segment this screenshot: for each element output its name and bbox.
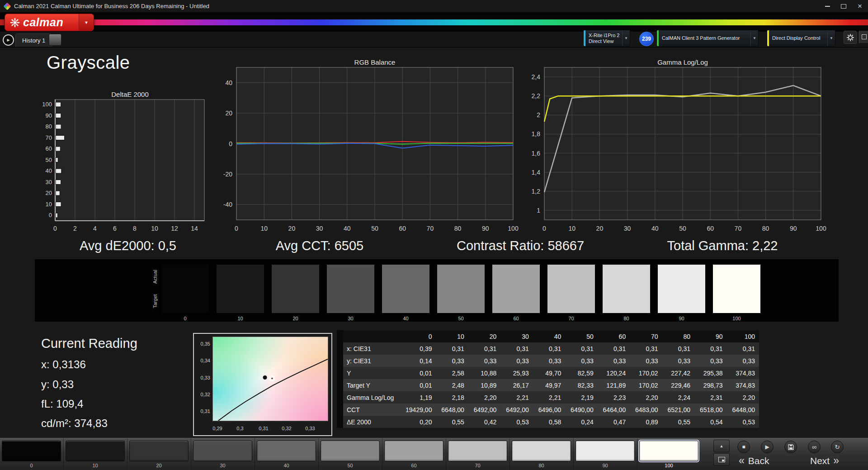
meter-count-badge: 239 [639,32,654,46]
patch-swatch[interactable] [384,441,443,461]
patch-button-90[interactable]: 90 [576,441,635,468]
svg-text:80: 80 [454,225,462,232]
calman-logo-button[interactable]: calman ▼ [5,14,94,31]
svg-text:2: 2 [73,225,77,232]
patch-button-50[interactable]: 50 [321,441,380,468]
cie-chart [213,337,328,421]
cie-y-tick: 0,32 [195,392,210,397]
swatch-label: 100 [713,316,760,321]
table-row: Target Y0,012,4810,8926,1749,9782,33121,… [343,379,759,391]
pattern-generator-button[interactable]: CalMAN Client 3 Pattern Generator ▼ [656,30,759,47]
play-button[interactable]: ▶ [761,441,774,453]
maximize-button[interactable] [835,0,852,12]
svg-text:50: 50 [46,157,52,163]
svg-text:100: 100 [42,101,52,108]
patch-swatch[interactable] [257,441,316,461]
cie-y-tick: 0,35 [195,341,210,347]
chevron-down-icon[interactable]: ▼ [622,30,630,46]
stop-button[interactable]: ■ [737,441,750,453]
gray-swatch-20: 20 [272,265,319,321]
display-control-button[interactable]: Direct Display Control ▼ [767,30,835,47]
svg-text:90: 90 [46,112,52,119]
swatch-color [272,265,319,313]
swatch-color [382,265,429,313]
patch-button-10[interactable]: 10 [66,441,125,468]
back-label: Back [748,456,769,466]
svg-text:40: 40 [344,225,351,232]
swatch-label: 20 [272,316,319,321]
logo-menu-caret[interactable]: ▼ [79,14,94,31]
table-gutter [337,330,343,428]
refresh-button[interactable]: ↻ [831,441,844,453]
gear-icon [846,33,854,42]
meter-mode: Direct View [589,38,620,44]
rainbow-strip [0,19,868,25]
svg-text:10: 10 [568,225,576,232]
svg-text:100: 100 [816,225,826,232]
continuous-measure-button[interactable]: ∞ [808,441,821,453]
svg-text:30: 30 [316,225,323,232]
patch-button-0[interactable]: 0 [2,441,61,468]
save-button[interactable] [784,441,797,453]
patch-button-40[interactable]: 40 [257,441,316,468]
patch-swatch[interactable] [448,441,507,461]
patch-swatch[interactable] [66,441,125,461]
close-button[interactable]: × [852,0,868,12]
patch-swatch[interactable] [639,441,698,461]
chevron-down-icon[interactable]: ▼ [827,30,835,46]
patch-swatch[interactable] [2,441,61,461]
svg-text:20: 20 [46,190,52,196]
cie-x-tick: 0,32 [277,426,297,431]
patch-swatch[interactable] [129,441,189,461]
gray-swatch-80: 80 [603,265,650,321]
svg-text:30: 30 [624,225,631,232]
svg-text:1: 1 [537,207,540,214]
next-button[interactable]: Next » [810,455,839,467]
back-button[interactable]: « Back [739,455,769,467]
swatch-label: 10 [217,316,264,321]
rgb-chart: 40200-20-400102030405060708090100 [214,63,521,235]
patch-label: 90 [576,463,635,468]
swatch-color [658,265,705,313]
patch-label: 100 [639,463,698,468]
scroll-up-button[interactable]: ▲ [713,440,730,452]
patch-swatch[interactable] [512,441,571,461]
swatch-label: 0 [161,316,209,321]
swatch-color [603,265,650,313]
svg-text:2,2: 2,2 [532,92,541,100]
side-panel-toggle-button[interactable] [859,31,868,43]
minimize-button[interactable] [819,0,835,12]
chevron-down-icon[interactable]: ▼ [750,30,758,46]
meter-device-button[interactable]: X-Rite i1Pro 2 Direct View ▼ [583,30,630,47]
new-tab-button[interactable] [49,34,61,46]
svg-text:10: 10 [260,225,268,232]
patch-button-30[interactable]: 30 [193,441,252,468]
tab-history-1[interactable]: History 1 [15,33,52,47]
layout-button[interactable] [713,453,730,466]
patch-label: 40 [257,463,316,468]
table-header-row: 0102030405060708090100 [343,330,759,342]
settings-button[interactable] [844,31,857,44]
gray-swatch-40: 40 [382,265,429,321]
reading-cdm2: cd/m²: 374,83 [41,417,108,430]
patch-swatch[interactable] [193,441,252,461]
patch-swatch[interactable] [321,441,380,461]
svg-text:80: 80 [762,225,769,232]
patch-button-80[interactable]: 80 [512,441,571,468]
patch-label: 60 [384,463,443,468]
svg-text:-20: -20 [223,171,232,178]
reading-y: y: 0,33 [41,378,74,391]
next-chevron-icon: » [833,455,839,467]
next-label: Next [810,456,830,466]
patch-button-70[interactable]: 70 [448,441,507,468]
layout-nav-button[interactable]: ▶ [3,34,14,46]
table-row: x: CIE310,390,310,310,310,310,310,310,31… [343,342,759,355]
svg-text:60: 60 [399,225,406,232]
pattern-generator-label: CalMAN Client 3 Pattern Generator [659,35,750,41]
patch-button-60[interactable]: 60 [384,441,443,468]
patch-swatch[interactable] [576,441,635,461]
patch-button-100[interactable]: 100 [639,441,698,468]
patch-button-20[interactable]: 20 [129,441,189,468]
app-icon [4,2,11,10]
patch-label: 80 [512,463,571,468]
